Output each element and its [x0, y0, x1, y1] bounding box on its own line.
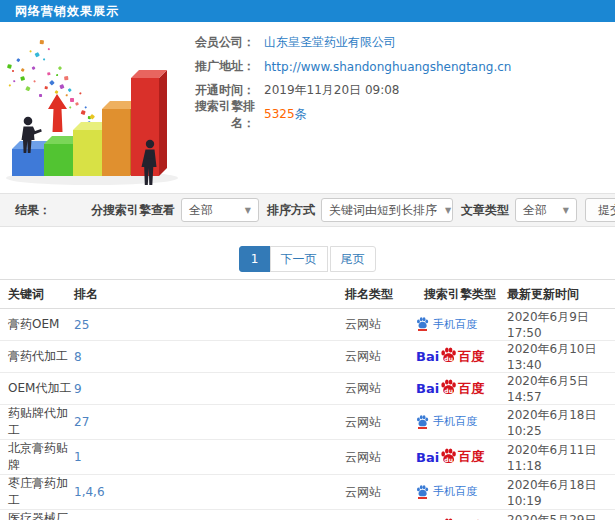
update-time-cell: 2020年6月5日 14:57 — [507, 374, 589, 404]
baidu-bai-text: Bai — [416, 450, 439, 465]
company-info: 会员公司： 山东皇圣堂药业有限公司 推广地址： http://www.shand… — [175, 35, 511, 131]
baidu-cn-text: 百度 — [458, 448, 484, 466]
keyword-cell: OEM代加工 — [8, 381, 71, 395]
last-page-button[interactable]: 尾页 — [330, 246, 376, 272]
engine-filter-select[interactable]: 全部▼ — [181, 198, 259, 222]
mobile-baidu-label: 手机百度 — [433, 414, 477, 429]
submit-button[interactable]: 提交 — [585, 198, 615, 222]
baidu-paw-icon — [416, 485, 429, 499]
rank-cell[interactable]: 25 — [74, 318, 89, 332]
article-type-label: 文章类型 — [461, 202, 509, 219]
pagination: 1 下一页 尾页 — [0, 246, 615, 272]
article-type-select[interactable]: 全部▼ — [515, 198, 577, 222]
paw-underline — [418, 427, 427, 429]
update-time-cell: 2020年6月18日 10:19 — [507, 478, 596, 508]
baidu-cn-text: 百度 — [458, 380, 484, 398]
baidu-paw-icon — [416, 317, 429, 331]
keyword-cell: 北京膏药贴牌 — [8, 441, 68, 472]
member-company-row: 会员公司： 山东皇圣堂药业有限公司 — [175, 35, 511, 50]
open-time-label: 开通时间： — [175, 82, 255, 99]
mobile-baidu-logo: 手机百度 — [416, 414, 477, 429]
rank-type-cell: 云网站 — [345, 317, 381, 331]
col-header-rank: 排名 — [74, 280, 345, 309]
baidu-bai-text: Bai — [416, 349, 439, 364]
baidu-paw-icon: du — [440, 347, 457, 366]
table-row: 膏药OEM 25 云网站 手机百度 2020年6月9日 17:50 — [0, 309, 615, 341]
keyword-cell: 枣庄膏药加工 — [8, 476, 68, 507]
filter-controls: 分搜索引擎查看 全部▼ 排序方式 关键词由短到长排序▼ 文章类型 全部▼ 提交 — [83, 198, 615, 222]
update-time-cell: 2020年6月9日 17:50 — [507, 310, 589, 340]
engine-rank-row: 搜索引擎排名： 5325条 — [175, 107, 511, 122]
engine-rank-suffix: 条 — [295, 107, 307, 121]
chevron-down-icon: ▼ — [245, 206, 251, 215]
mobile-baidu-label: 手机百度 — [433, 317, 477, 332]
engine-rank-label: 搜索引擎排名： — [175, 98, 255, 132]
baidu-cn-text: 百度 — [458, 348, 484, 366]
next-page-button[interactable]: 下一页 — [270, 246, 328, 272]
up-arrow-icon — [48, 94, 67, 132]
paw-underline — [418, 329, 427, 331]
result-label: 结果： — [15, 202, 51, 219]
rank-type-cell: 云网站 — [345, 381, 381, 395]
col-header-rank-type: 排名类型 — [345, 280, 410, 309]
baidu-bai-text: Bai — [416, 381, 439, 396]
update-time-cell: 2020年6月10日 13:40 — [507, 342, 596, 372]
baidu-du-text: du — [444, 387, 453, 394]
rank-cell[interactable]: 9 — [74, 382, 82, 396]
keyword-cell: 膏药OEM — [8, 317, 59, 331]
chevron-down-icon: ▼ — [445, 206, 451, 215]
member-company-link[interactable]: 山东皇圣堂药业有限公司 — [264, 35, 396, 49]
col-header-engine-type: 搜索引擎类型 — [410, 280, 507, 309]
promo-url-row: 推广地址： http://www.shandonghuangshengtang.… — [175, 59, 511, 74]
update-time-cell: 2020年6月18日 10:25 — [507, 408, 596, 438]
member-company-label: 会员公司： — [175, 34, 255, 51]
update-time-cell: 2020年5月29日 10:32 — [507, 513, 596, 520]
table-row: 枣庄膏药加工 1,4,6 云网站 手机百度 2020年6月18日 10:19 — [0, 475, 615, 510]
page-title: 网络营销效果展示 — [0, 0, 615, 22]
rank-type-cell: 云网站 — [345, 485, 381, 499]
open-time-row: 开通时间： 2019年11月20日 09:08 — [175, 83, 511, 98]
baidu-paw-icon: du — [440, 448, 457, 467]
keyword-cell: 药贴牌代加工 — [8, 406, 68, 437]
rank-type-cell: 云网站 — [345, 450, 381, 464]
rank-type-cell: 云网站 — [345, 415, 381, 429]
growth-chart-illustration — [0, 28, 185, 190]
rank-cell[interactable]: 1 — [74, 450, 82, 464]
promo-url-label: 推广地址： — [175, 58, 255, 75]
sort-filter-label: 排序方式 — [267, 202, 315, 219]
chevron-down-icon: ▼ — [563, 206, 569, 215]
baidu-logo: Bai du 百度 — [416, 347, 484, 366]
col-header-keyword: 关键词 — [0, 280, 74, 309]
mobile-baidu-label: 手机百度 — [433, 484, 477, 499]
table-header-row: 关键词 排名 排名类型 搜索引擎类型 最新更新时间 — [0, 280, 615, 309]
sort-filter-select[interactable]: 关键词由短到长排序▼ — [321, 198, 453, 222]
baidu-paw-icon — [416, 415, 429, 429]
baidu-du-text: du — [444, 455, 453, 462]
summary-section: 会员公司： 山东皇圣堂药业有限公司 推广地址： http://www.shand… — [0, 22, 615, 193]
baidu-du-text: du — [444, 355, 453, 362]
mobile-baidu-logo: 手机百度 — [416, 317, 477, 332]
promo-url-link[interactable]: http://www.shandonghuangshengtang.cn — [264, 60, 511, 74]
page-number-current[interactable]: 1 — [239, 246, 271, 272]
open-time-value: 2019年11月20日 09:08 — [264, 82, 399, 99]
baidu-logo: Bai du 百度 — [416, 448, 484, 467]
engine-filter-label: 分搜索引擎查看 — [91, 202, 175, 219]
filter-bar: 结果： 分搜索引擎查看 全部▼ 排序方式 关键词由短到长排序▼ 文章类型 全部▼… — [0, 193, 615, 227]
rank-cell[interactable]: 27 — [74, 415, 89, 429]
table-row: OEM代加工 9 云网站 Bai du 百度 2020年6月5日 14:57 — [0, 373, 615, 405]
col-header-update-time: 最新更新时间 — [507, 280, 615, 309]
table-row: 药贴牌代加工 27 云网站 手机百度 2020年6月18日 10:25 — [0, 405, 615, 440]
rank-cell[interactable]: 1,4,6 — [74, 485, 105, 499]
update-time-cell: 2020年6月11日 11:18 — [507, 443, 596, 473]
table-row: 膏药代加工 8 云网站 Bai du 百度 2020年6月10日 13:40 — [0, 341, 615, 373]
rank-type-cell: 云网站 — [345, 349, 381, 363]
mobile-baidu-logo: 手机百度 — [416, 484, 477, 499]
keyword-rank-table: 关键词 排名 排名类型 搜索引擎类型 最新更新时间 膏药OEM 25 云网站 手… — [0, 279, 615, 520]
baidu-logo: Bai du 百度 — [416, 379, 484, 398]
paw-underline — [418, 497, 427, 499]
baidu-paw-icon: du — [440, 379, 457, 398]
rank-cell[interactable]: 8 — [74, 350, 82, 364]
engine-rank-count: 5325 — [264, 107, 295, 121]
table-row: 北京膏药贴牌 1 云网站 Bai du 百度 2020年6月11日 11:18 — [0, 440, 615, 475]
keyword-cell: 膏药代加工 — [8, 349, 68, 363]
